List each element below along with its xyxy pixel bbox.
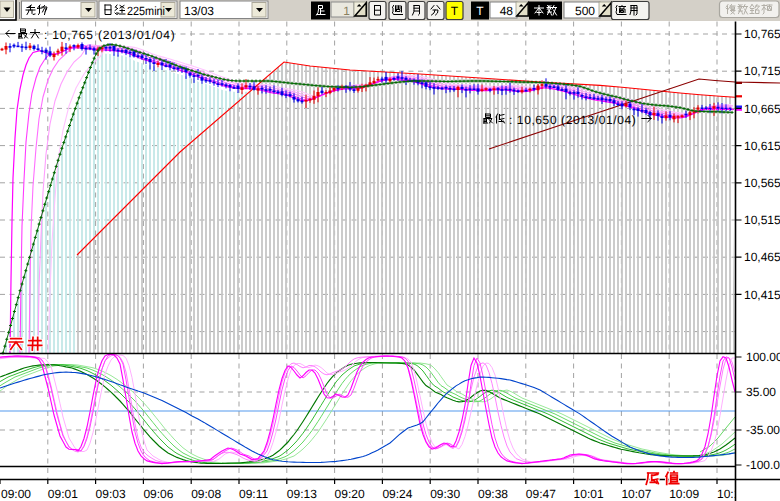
svg-text:-35.00: -35.00 <box>746 423 780 437</box>
svg-text:-100.00: -100.00 <box>746 458 780 472</box>
svg-text:1: 1 <box>343 4 350 18</box>
svg-text:13/03: 13/03 <box>184 4 214 18</box>
svg-text:09:38: 09:38 <box>478 487 508 501</box>
svg-text:09:30: 09:30 <box>430 487 460 501</box>
svg-text:10,715: 10,715 <box>744 64 780 78</box>
svg-text:10:01: 10:01 <box>574 487 604 501</box>
svg-text:09:11: 09:11 <box>239 487 268 501</box>
svg-text:T: T <box>476 4 484 18</box>
svg-text:10:09: 10:09 <box>669 487 699 501</box>
svg-text:09:03: 09:03 <box>96 487 126 501</box>
svg-text:10,665: 10,665 <box>744 102 780 116</box>
svg-text:T: T <box>451 4 459 18</box>
svg-text:: 10,765 (2013/01/04): : 10,765 (2013/01/04) <box>44 28 176 42</box>
svg-text:10,565: 10,565 <box>744 176 780 190</box>
svg-text:09:06: 09:06 <box>143 487 173 501</box>
svg-text:10:07: 10:07 <box>621 487 651 501</box>
svg-text:09:13: 09:13 <box>287 487 317 501</box>
svg-text:09:24: 09:24 <box>382 487 412 501</box>
svg-text:09:47: 09:47 <box>526 487 556 501</box>
svg-text:10,765: 10,765 <box>744 27 780 41</box>
svg-text:: 10,650 (2013/01/04): : 10,650 (2013/01/04) <box>509 113 636 127</box>
svg-text:35.00: 35.00 <box>746 385 776 399</box>
svg-text:48: 48 <box>500 4 514 18</box>
svg-text:10,465: 10,465 <box>744 250 780 264</box>
svg-text:09:01: 09:01 <box>48 487 78 501</box>
svg-text:10,415: 10,415 <box>744 288 780 302</box>
svg-text:09:00: 09:00 <box>1 487 31 501</box>
svg-text:225mini: 225mini <box>127 4 165 18</box>
svg-text:10,515: 10,515 <box>744 213 780 227</box>
svg-text:09:08: 09:08 <box>191 487 221 501</box>
svg-text:100.00: 100.00 <box>746 350 780 364</box>
svg-text:10,615: 10,615 <box>744 139 780 153</box>
svg-text:500: 500 <box>575 4 595 18</box>
svg-text:09:20: 09:20 <box>335 487 365 501</box>
